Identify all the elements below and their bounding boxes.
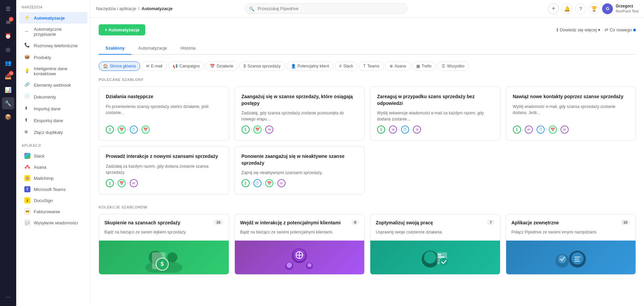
nav-hamburger[interactable]: ☰ (2, 3, 14, 15)
nav-activity[interactable]: ⏰ (2, 30, 14, 42)
sidebar: NARZĘDZIA ⚡ Automatyzacje ↔ Automatyczne… (16, 0, 91, 306)
sidebar-item-inteligentne-dane[interactable]: 💡 Inteligentne dane kontaktowe (19, 63, 88, 79)
deal-icon: $ (377, 126, 385, 134)
sidebar-item-automatyzacje[interactable]: ⚡ Automatyzacje (19, 12, 88, 24)
svg-text:$: $ (160, 261, 164, 267)
filter-szansa[interactable]: $ Szansa sprzedaży (239, 61, 285, 71)
collection-card-3[interactable]: Zoptymalizuj swoją pracę 7 Usprawnij swo… (370, 214, 500, 275)
nav-products[interactable]: 📦 (2, 111, 14, 123)
filter-slack[interactable]: # Slack (335, 61, 357, 71)
help-button[interactable]: ? (575, 3, 586, 14)
avatar[interactable]: G (602, 3, 613, 14)
filter-dzialanie[interactable]: 📅 Działanie (205, 61, 238, 71)
sidebar-item-produkty[interactable]: 📦 Produkty (19, 52, 88, 63)
tab-automatyzacje[interactable]: Automatyzacje (131, 42, 174, 55)
nav-more[interactable]: ··· (2, 291, 14, 303)
filter-trello[interactable]: ▦ Trello (412, 61, 436, 71)
new-automation-button[interactable]: + Automatyzacja (99, 24, 145, 35)
zlacz-icon: ⊕ (24, 129, 30, 135)
clock-icon: ⏱ (253, 179, 262, 187)
breadcrumb: Narzędzia i aplikacje / Automatyzacje (96, 6, 173, 11)
arrow-icon: › (251, 182, 252, 185)
card5-desc: Zadziałaj za każdym razem, gdy dodana zo… (106, 163, 222, 176)
collection1-image: $ (99, 241, 229, 274)
envelope-icon: ✉ (265, 126, 273, 134)
filter-campaigns[interactable]: 📢 Campaigns (168, 61, 204, 71)
nav-tools[interactable]: 🔧 (2, 97, 14, 109)
template-card-4[interactable]: Nawiąż nowe kontakty poprzez szanse sprz… (506, 86, 636, 141)
collection-card-2[interactable]: Wejdź w interakcję z potencjalnymi klien… (234, 214, 365, 275)
template-card-1[interactable]: Działania następpcze Po przeniesieniu sz… (99, 86, 229, 141)
search-input[interactable] (245, 3, 407, 14)
inteligentne-icon: 💡 (24, 68, 30, 74)
learn-more-link[interactable]: ℹ Dowiedz się więcej ▾ (556, 27, 600, 32)
arrow-icon: › (558, 128, 559, 132)
new-dot (633, 29, 636, 31)
template-card-5[interactable]: Prowadź interakcje z nowymi szansami spr… (99, 146, 229, 194)
sidebar-item-zlacz[interactable]: ⊕ Złącz duplikaty (19, 127, 88, 138)
collection-card-4[interactable]: Aplikacje zewnętrzne 10 Połącz Pipedrive… (506, 214, 636, 275)
deal-icon: $ (513, 126, 521, 134)
page-actions-right: ℹ Dowiedz się więcej ▾ ⇄ Co nowego (556, 27, 636, 32)
automatyzacje-icon: ⚡ (24, 15, 30, 21)
sidebar-item-webhook[interactable]: 🔗 Elementy webhook (19, 79, 88, 91)
nav-mail[interactable]: ✉ 2 (2, 16, 14, 28)
whats-new-link[interactable]: ⇄ Co nowego (604, 27, 636, 32)
collection2-header: Wejdź w interakcję z potencjalnymi klien… (240, 220, 359, 226)
nav-leads[interactable]: 📥 11 (2, 70, 14, 82)
svg-point-1 (25, 167, 27, 169)
achievements-button[interactable]: 🏆 (589, 3, 599, 14)
filter-teams[interactable]: T Teams (359, 61, 384, 71)
card5-icons: $ › 📅 › ✉ (106, 179, 222, 187)
user-name: Grzegorz (616, 4, 639, 9)
nav-rail: ☰ ✉ 2 ⏰ ◎ 👥 📥 11 📊 🔧 📦 ··· (0, 0, 16, 306)
nav-contacts[interactable]: 👥 (2, 57, 14, 69)
sidebar-app-docusign[interactable]: ⬇ DocuSign (19, 195, 88, 206)
nav-deals[interactable]: ◎ (2, 43, 14, 55)
sidebar-app-fakturowanie[interactable]: 💳 Fakturowanie (19, 206, 88, 217)
add-button[interactable]: + (548, 3, 559, 14)
tab-szablony[interactable]: Szablony (99, 42, 131, 55)
filter-wszystko[interactable]: ☰ Wszystko (437, 61, 469, 71)
collection2-badge: 8 (351, 220, 359, 225)
filter-potencjalny[interactable]: 👤 Potencjalny klient (287, 61, 333, 71)
teams-app-icon: T (24, 186, 30, 192)
envelope2-icon: ✉ (561, 126, 569, 134)
home-icon: 🏠 (103, 64, 108, 68)
tab-historia[interactable]: Historia (174, 42, 202, 55)
phone-icon: 📞 (24, 43, 30, 49)
collection-card-1[interactable]: Skupienie na szansach sprzedaży 16 Bądź … (99, 214, 229, 275)
notifications-button[interactable]: 🔔 (562, 3, 572, 14)
filter-email[interactable]: ✉ E-mail (142, 61, 167, 71)
deal-icon: $ (242, 179, 250, 187)
template-card-3[interactable]: Zareaguj w przypadku szans sprzedaży bez… (370, 86, 500, 141)
sidebar-item-eksportuj[interactable]: ⬆ Eksportuj dane (19, 115, 88, 126)
sidebar-item-importuj[interactable]: ⬇ Importuj dane (19, 103, 88, 114)
sidebar-app-mailchimp[interactable]: 🐵 Mailchimp (19, 173, 88, 184)
collection3-content: Zoptymalizuj swoją pracę 7 Usprawnij swo… (370, 214, 500, 241)
page-content: + Automatyzacja ℹ Dowiedz się więcej ▾ ⇄… (91, 18, 644, 306)
calendar-icon: 📅 (265, 179, 273, 187)
sidebar-app-slack[interactable]: Slack (19, 150, 88, 161)
breadcrumb-current: Automatyzacje (142, 6, 173, 11)
filter-strona-glowna[interactable]: 🏠 Strona główna (99, 61, 140, 71)
filter-asana[interactable]: ⊕ Asana (385, 61, 411, 71)
sidebar-app-wysylanie[interactable]: 💬 Wysyłanie wiadomości (19, 217, 88, 228)
arrow-icon: › (522, 128, 523, 132)
sidebar-app-teams[interactable]: T Microsoft Teams (19, 184, 88, 195)
collections-section-title: KOLEKCJE SZABLONÓW (99, 205, 636, 209)
envelope-icon: ✉ (389, 126, 397, 134)
sidebar-item-rozmowy[interactable]: 📞 Rozmowy telefoniczne (19, 40, 88, 51)
sidebar-item-dokumenty[interactable]: 📄 Dokumenty (19, 91, 88, 103)
collection2-image (235, 241, 365, 274)
clock-icon: ⏱ (401, 126, 409, 134)
template-card-6[interactable]: Ponownie zaangażuj się w nieaktywne szan… (234, 146, 365, 194)
svg-point-23 (440, 258, 448, 266)
collection2-title: Wejdź w interakcję z potencjalnymi klien… (240, 220, 341, 226)
sidebar-app-asana[interactable]: Asana (19, 162, 88, 172)
sidebar-item-automatyczne-przypisanie[interactable]: ↔ Automatyczne przypisanie (19, 24, 88, 39)
template-card-2[interactable]: Zaangażuj się w szanse sprzedaży, które … (234, 86, 365, 141)
topbar-actions: + 🔔 ? 🏆 G Grzegorz RevPoint Test (548, 3, 639, 14)
nav-reports[interactable]: 📊 (2, 84, 14, 96)
email-filter-icon: ✉ (146, 64, 149, 68)
